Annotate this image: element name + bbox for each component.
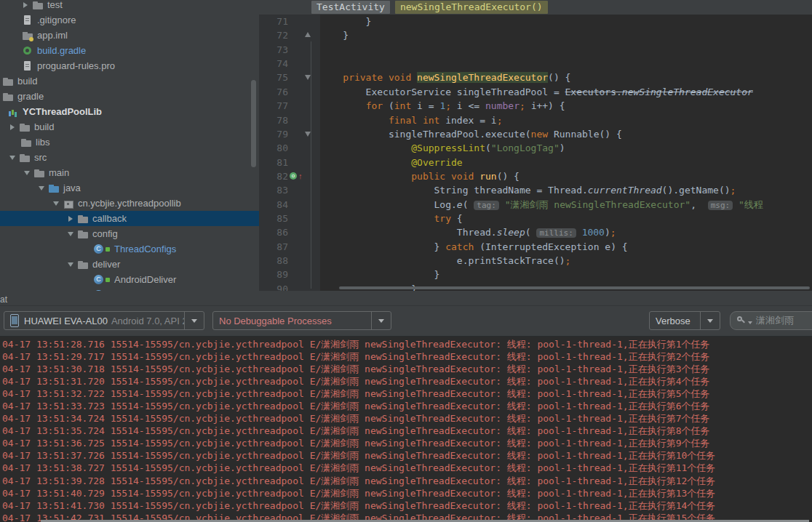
- folder-icon: [77, 259, 89, 270]
- code-line-81[interactable]: 81 @Override: [259, 156, 812, 169]
- tree-item-test[interactable]: test: [0, 0, 259, 12]
- log-line[interactable]: 04-17 13:51:37.726 15514-15595/cn.ycbjie…: [2, 449, 812, 462]
- breadcrumb-method[interactable]: newSingleThreadExecutor(): [395, 1, 548, 14]
- code-line-85[interactable]: 85 try {: [259, 212, 812, 225]
- tree-expand-down-icon[interactable]: [64, 257, 77, 272]
- log-line[interactable]: 04-17 13:51:36.725 15514-15595/cn.ycbjie…: [2, 437, 812, 449]
- tree-item-label: cn.ycbjie.ycthreadpoollib: [78, 198, 181, 209]
- tree-item-gradle[interactable]: gradle: [0, 89, 259, 104]
- tree-item-callback[interactable]: callback: [0, 211, 259, 226]
- log-line[interactable]: 04-17 13:51:35.724 15514-15595/cn.ycbjie…: [2, 425, 812, 437]
- log-line[interactable]: 04-17 13:51:29.717 15514-15595/cn.ycbjie…: [2, 350, 812, 363]
- log-line[interactable]: 04-17 13:51:28.716 15514-15595/cn.ycbjie…: [2, 338, 812, 350]
- code-editor[interactable]: 71 }72 }737475 private void newSingleThr…: [259, 15, 812, 291]
- code-text: e.printStackTrace();: [320, 254, 812, 268]
- tree-expand-down-icon[interactable]: [6, 150, 19, 165]
- process-selector[interactable]: No Debuggable Processes: [212, 311, 391, 330]
- project-tree-scrollbar[interactable]: [251, 80, 256, 167]
- log-line[interactable]: 04-17 13:51:31.720 15514-15595/cn.ycbjie…: [2, 375, 812, 388]
- chevron-down-icon[interactable]: [700, 312, 720, 329]
- code-line-78[interactable]: 78 final int index = i;: [259, 113, 812, 127]
- tree-item-main[interactable]: main: [0, 165, 259, 180]
- device-selector[interactable]: HUAWEI EVA-AL00 Android 7.0, API 24: [4, 311, 204, 330]
- code-line-73[interactable]: 73: [259, 43, 812, 57]
- log-output-area[interactable]: 04-17 13:51:28.716 15514-15595/cn.ycbjie…: [0, 336, 812, 522]
- logcat-tab-label[interactable]: at: [0, 294, 7, 305]
- fold-down-icon[interactable]: [305, 75, 311, 80]
- tree-item-label: AndroidDeliver: [114, 274, 176, 285]
- fold-up-icon[interactable]: [305, 32, 311, 37]
- log-line[interactable]: 04-17 13:51:33.723 15514-15595/cn.ycbjie…: [2, 400, 812, 412]
- logcat-search-input[interactable]: 潇湘剑雨: [730, 311, 812, 330]
- tree-item-.gitignore[interactable]: .gitignore: [0, 12, 259, 28]
- iml-icon: [22, 30, 33, 41]
- code-line-88[interactable]: 88 e.printStackTrace();: [259, 254, 812, 268]
- code-line-89[interactable]: 89 }: [259, 268, 812, 281]
- editor-horizontal-scrollbar[interactable]: [339, 286, 810, 289]
- gutter-cell: [288, 57, 320, 71]
- code-line-87[interactable]: 87 } catch (InterruptedException e) {: [259, 240, 812, 254]
- breadcrumb-class[interactable]: TestActivity: [311, 1, 390, 14]
- tree-expand-down-icon[interactable]: [64, 226, 77, 241]
- tree-item-java[interactable]: java: [0, 180, 259, 196]
- tree-item-cn.ycbjie.ycthreadpoollib[interactable]: cn.ycbjie.ycthreadpoollib: [0, 196, 259, 211]
- tree-item-app.iml[interactable]: app.iml: [0, 28, 259, 43]
- log-level-selector[interactable]: Verbose: [649, 311, 720, 330]
- overrides-method-icon[interactable]: o: [290, 172, 297, 180]
- editor-panel[interactable]: TestActivity newSingleThreadExecutor() 7…: [259, 0, 812, 291]
- tree-item-label: app.iml: [37, 30, 68, 41]
- code-line-71[interactable]: 71 }: [259, 15, 812, 28]
- tree-item-ThreadConfigs[interactable]: ThreadConfigs: [0, 241, 259, 257]
- chevron-down-icon[interactable]: [184, 312, 204, 329]
- code-line-84[interactable]: 84 Log.e( tag: "潇湘剑雨 newSingleThreadExec…: [259, 198, 812, 212]
- folder-icon: [19, 152, 31, 164]
- tree-expand-down-icon[interactable]: [35, 180, 48, 196]
- code-text: } catch (InterruptedException e) {: [320, 240, 812, 254]
- log-line[interactable]: 04-17 13:51:38.727 15514-15595/cn.ycbjie…: [2, 462, 812, 474]
- code-line-76[interactable]: 76 ExecutorService singleThreadPool = Ex…: [259, 85, 812, 99]
- tree-expand-down-icon[interactable]: [20, 165, 33, 180]
- tree-item-src[interactable]: src: [0, 150, 259, 165]
- gutter-cell: [288, 198, 320, 212]
- log-line[interactable]: 04-17 13:51:30.718 15514-15595/cn.ycbjie…: [2, 363, 812, 375]
- code-line-80[interactable]: 80 @SuppressLint("LongLogTag"): [259, 141, 812, 155]
- tree-item-build[interactable]: build: [0, 119, 259, 134]
- tree-expand-right-icon[interactable]: [6, 119, 19, 134]
- tree-item-build[interactable]: build: [0, 73, 259, 89]
- tree-item-YCThreadPoolLib[interactable]: YCThreadPoolLib: [0, 104, 259, 119]
- code-line-82[interactable]: 82o↑ public void run() {: [259, 169, 812, 183]
- search-options-chevron-icon[interactable]: [748, 316, 752, 326]
- log-line[interactable]: 04-17 13:51:39.728 15514-15595/cn.ycbjie…: [2, 475, 812, 487]
- code-text: for (int i = 1; i <= number; i++) {: [320, 99, 812, 113]
- code-line-75[interactable]: 75 private void newSingleThreadExecutor(…: [259, 71, 812, 84]
- tree-expand-right-icon[interactable]: [19, 0, 32, 12]
- log-line[interactable]: 04-17 13:51:40.729 15514-15595/cn.ycbjie…: [2, 487, 812, 499]
- log-line[interactable]: 04-17 13:51:32.722 15514-15595/cn.ycbjie…: [2, 388, 812, 400]
- module-icon: [7, 106, 19, 118]
- tree-item-config[interactable]: config: [0, 226, 259, 241]
- code-line-77[interactable]: 77 for (int i = 1; i <= number; i++) {: [259, 99, 812, 113]
- fold-down-icon[interactable]: [305, 132, 311, 137]
- tree-item-libs[interactable]: libs: [0, 134, 259, 150]
- line-number: 89: [259, 268, 288, 281]
- code-line-74[interactable]: 74: [259, 57, 812, 71]
- code-line-72[interactable]: 72 }: [259, 28, 812, 42]
- chevron-down-icon[interactable]: [371, 312, 391, 329]
- project-tree-panel: test.gitignoreapp.imlbuild.gradleproguar…: [0, 0, 259, 291]
- code-line-83[interactable]: 83 String threadName = Thread.currentThr…: [259, 183, 812, 197]
- tree-item-AndroidDeliver[interactable]: AndroidDeliver: [0, 272, 259, 287]
- tree-item-deliver[interactable]: deliver: [0, 257, 259, 272]
- tree-expand-down-icon[interactable]: [49, 196, 63, 211]
- code-line-79[interactable]: 79 singleThreadPool.execute(new Runnable…: [259, 127, 812, 141]
- code-text: }: [320, 15, 812, 28]
- tree-item-label: src: [34, 152, 47, 163]
- tree-item-build.gradle[interactable]: build.gradle: [0, 43, 259, 58]
- tree-expand-right-icon[interactable]: [64, 211, 77, 226]
- tree-item-proguard-rules.pro[interactable]: proguard-rules.pro: [0, 58, 259, 73]
- code-line-86[interactable]: 86 Thread.sleep( millis: 1000);: [259, 225, 812, 239]
- log-line[interactable]: 04-17 13:51:34.724 15514-15595/cn.ycbjie…: [2, 412, 812, 425]
- class-icon: [93, 274, 105, 286]
- line-number: 74: [259, 57, 288, 71]
- log-line[interactable]: 04-17 13:51:41.730 15514-15595/cn.ycbjie…: [2, 499, 812, 512]
- tree-item-label: java: [63, 182, 81, 193]
